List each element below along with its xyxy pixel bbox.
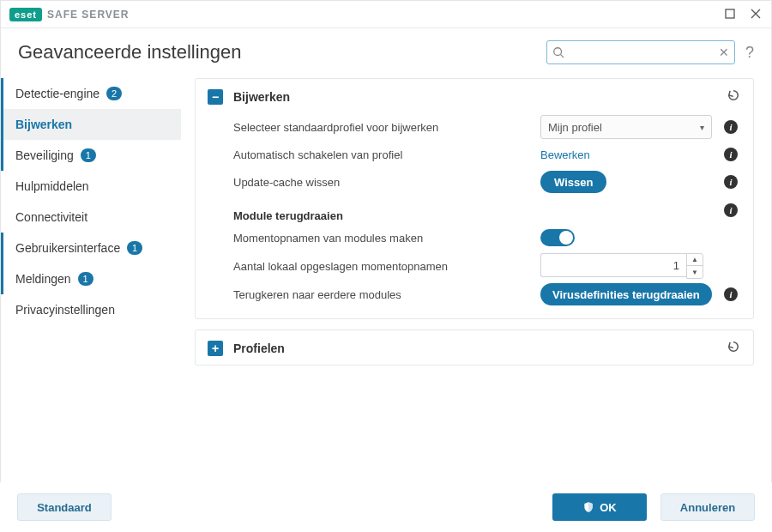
- info-icon[interactable]: i: [724, 148, 738, 161]
- setting-label: Selecteer standaardprofiel voor bijwerke…: [233, 121, 540, 134]
- info-icon[interactable]: i: [724, 120, 738, 134]
- snapshot-count-spinner[interactable]: ▲ ▼: [540, 253, 703, 279]
- svg-rect-0: [726, 9, 734, 18]
- svg-point-1: [554, 48, 562, 56]
- sidebar: Detectie-engine 2 Bijwerken Beveiliging …: [1, 73, 181, 500]
- sidebar-item-label: Bijwerken: [15, 118, 72, 131]
- search-icon: [552, 46, 564, 58]
- clear-cache-button[interactable]: Wissen: [540, 171, 606, 193]
- cancel-button[interactable]: Annuleren: [660, 493, 755, 521]
- shield-icon: [582, 501, 594, 513]
- search-clear-icon[interactable]: ✕: [719, 45, 729, 59]
- ok-button-label: OK: [600, 501, 617, 514]
- snapshot-toggle[interactable]: [540, 229, 575, 246]
- brand-badge: eset: [9, 8, 42, 21]
- search-box[interactable]: ✕: [546, 40, 735, 64]
- panel-bijwerken: − Bijwerken Selecteer standaardprofiel v…: [195, 78, 754, 319]
- info-icon[interactable]: i: [724, 287, 738, 301]
- info-icon[interactable]: i: [724, 203, 738, 217]
- search-input[interactable]: [564, 46, 719, 59]
- maximize-icon[interactable]: [723, 7, 737, 22]
- sidebar-item-bijwerken[interactable]: Bijwerken: [1, 109, 181, 140]
- chevron-down-icon: ▾: [700, 123, 704, 132]
- spinner-down-icon[interactable]: ▼: [687, 266, 703, 278]
- brand-text: SAFE SERVER: [47, 9, 129, 21]
- brand-logo: eset SAFE SERVER: [9, 8, 130, 21]
- section-heading: Module terugdraaien: [233, 197, 540, 222]
- snapshot-count-input[interactable]: [540, 253, 686, 277]
- window-controls: [723, 7, 763, 22]
- help-icon[interactable]: ?: [745, 44, 754, 62]
- titlebar: eset SAFE SERVER: [1, 1, 771, 28]
- revert-definitions-button[interactable]: Virusdefinities terugdraaien: [540, 283, 712, 305]
- sidebar-item-detection-engine[interactable]: Detectie-engine 2: [1, 78, 181, 109]
- row-snapshot-count: Aantal lokaal opgeslagen momentopnamen ▲…: [196, 251, 753, 281]
- revert-icon[interactable]: [726, 339, 741, 358]
- default-button[interactable]: Standaard: [17, 493, 112, 521]
- row-clear-cache: Update-cache wissen Wissen i: [196, 168, 753, 196]
- panel-profielen: + Profielen: [195, 329, 754, 366]
- setting-label: Update-cache wissen: [233, 176, 540, 189]
- sidebar-item-label: Detectie-engine: [15, 87, 100, 100]
- sidebar-item-label: Meldingen: [15, 272, 71, 286]
- row-revert-modules: Terugkeren naar eerdere modules Virusdef…: [196, 281, 753, 308]
- sidebar-item-beveiliging[interactable]: Beveiliging 1: [1, 140, 181, 171]
- close-icon[interactable]: [749, 7, 763, 22]
- setting-label: Aantal lokaal opgeslagen momentopnamen: [233, 260, 540, 273]
- sidebar-badge: 1: [81, 148, 96, 162]
- revert-icon[interactable]: [726, 88, 741, 106]
- select-value: Mijn profiel: [548, 121, 602, 134]
- collapse-icon[interactable]: −: [208, 89, 223, 105]
- setting-label: Momentopnamen van modules maken: [233, 232, 540, 245]
- row-default-profile: Selecteer standaardprofiel voor bijwerke…: [196, 113, 753, 141]
- sidebar-item-connectiviteit[interactable]: Connectiviteit: [1, 202, 181, 233]
- profile-select[interactable]: Mijn profiel ▾: [540, 115, 712, 139]
- sidebar-item-label: Connectiviteit: [15, 210, 87, 224]
- row-auto-switch-profile: Automatisch schakelen van profiel Bewerk…: [196, 141, 753, 168]
- sidebar-item-label: Beveiliging: [15, 148, 74, 162]
- footer: Standaard OK Annuleren: [0, 482, 772, 532]
- content-area: − Bijwerken Selecteer standaardprofiel v…: [181, 73, 771, 500]
- sidebar-item-meldingen[interactable]: Meldingen 1: [1, 263, 181, 294]
- panel-title: Bijwerken: [233, 90, 290, 104]
- sidebar-item-gebruikersinterface[interactable]: Gebruikersinterface 1: [1, 233, 181, 263]
- row-module-rollback-heading: Module terugdraaien i: [196, 196, 753, 224]
- sidebar-badge: 1: [78, 272, 93, 286]
- sidebar-item-hulpmiddelen[interactable]: Hulpmiddelen: [1, 171, 181, 202]
- setting-label: Terugkeren naar eerdere modules: [233, 288, 540, 301]
- sidebar-item-label: Hulpmiddelen: [15, 179, 89, 193]
- ok-button[interactable]: OK: [552, 493, 647, 521]
- header: Geavanceerde instellingen ✕ ?: [1, 28, 771, 73]
- setting-label: Automatisch schakelen van profiel: [233, 148, 540, 161]
- edit-link[interactable]: Bewerken: [540, 148, 590, 161]
- sidebar-badge: 1: [127, 241, 142, 255]
- page-title: Geavanceerde instellingen: [18, 41, 242, 63]
- sidebar-badge: 2: [106, 87, 122, 100]
- sidebar-item-label: Gebruikersinterface: [15, 241, 120, 255]
- row-snapshot-toggle: Momentopnamen van modules maken: [196, 224, 753, 251]
- sidebar-item-label: Privacyinstellingen: [15, 303, 115, 317]
- panel-title: Profielen: [233, 342, 285, 355]
- info-icon[interactable]: i: [724, 175, 738, 189]
- sidebar-item-privacyinstellingen[interactable]: Privacyinstellingen: [1, 294, 181, 325]
- expand-icon[interactable]: +: [208, 341, 223, 356]
- spinner-up-icon[interactable]: ▲: [687, 254, 703, 266]
